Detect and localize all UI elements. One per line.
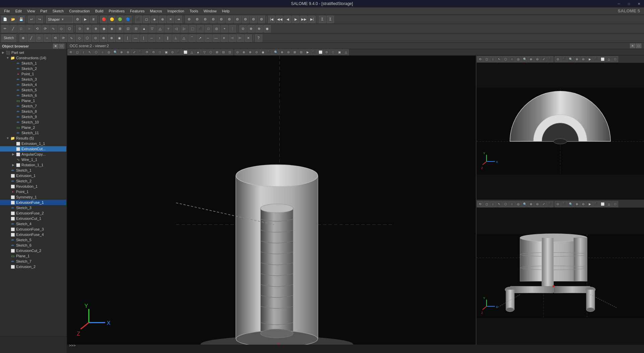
vt26[interactable]: ⊡ xyxy=(227,49,233,55)
vrb14[interactable]: ⬛ xyxy=(561,201,567,207)
t2-9[interactable]: ⬡ xyxy=(66,25,73,32)
vt27[interactable]: ⊙ xyxy=(235,49,241,55)
tree-sketch6b[interactable]: ✏ Sketch_6 xyxy=(0,243,66,248)
tree-sketch2[interactable]: ✏ Sketch_2 xyxy=(0,66,66,71)
vt5[interactable]: ⬡ xyxy=(93,49,99,55)
s9[interactable]: ⬡ xyxy=(84,34,91,42)
sketch-btn[interactable]: Sketch xyxy=(1,34,16,42)
vrt2[interactable]: ◻ xyxy=(484,56,490,62)
toolbar-btn-32[interactable]: Σ xyxy=(319,16,326,23)
vt1[interactable]: ⟲ xyxy=(68,49,74,55)
toolbar-btn-20[interactable]: ⚙ xyxy=(217,16,225,23)
toolbar-btn-5[interactable]: ⏸ xyxy=(90,16,97,23)
minimize-button[interactable]: ─ xyxy=(614,0,624,7)
tree-sketch6[interactable]: ✏ Sketch_6 xyxy=(0,93,66,98)
menu-view[interactable]: View xyxy=(24,8,38,14)
toolbar-btn-9[interactable]: 🔵 xyxy=(124,16,132,23)
toolbar-btn-31[interactable]: ▶| xyxy=(308,16,316,23)
toolbar-btn-29[interactable]: ▶ xyxy=(292,16,300,23)
vrt10[interactable]: ⊖ xyxy=(534,56,540,62)
s3[interactable]: □ xyxy=(36,34,43,42)
t2-8[interactable]: ◇ xyxy=(58,25,65,32)
tree-sketch8[interactable]: ✏ Sketch_8 xyxy=(0,109,66,114)
t2-18[interactable]: ▲ xyxy=(140,25,148,32)
vrb17[interactable]: ⊖ xyxy=(580,201,586,207)
undo-btn[interactable]: ↩ xyxy=(28,16,35,23)
shaper-dropdown[interactable]: Shaper ▼ xyxy=(46,16,73,23)
vrt18[interactable]: ▶ xyxy=(587,56,593,62)
tree-extrusionfuse4[interactable]: ⬜ ExtrusionFuse_4 xyxy=(0,232,66,237)
vrb6[interactable]: ○ xyxy=(509,201,515,207)
vt23[interactable]: ⬡ xyxy=(208,49,214,55)
menu-primitives[interactable]: Primitives xyxy=(106,8,127,14)
t2-23[interactable]: ▷ xyxy=(181,25,188,32)
vt14[interactable]: ⟲ xyxy=(150,49,156,55)
s13[interactable]: ◉ xyxy=(116,34,123,42)
toolbar-btn-15[interactable]: ➜ xyxy=(175,16,182,23)
tree-extrusion2[interactable]: ⬜ Extrusion_2 xyxy=(0,264,66,269)
tree-sketch10[interactable]: ✏ Sketch_10 xyxy=(0,119,66,125)
s2[interactable]: ╱ xyxy=(27,34,35,42)
s17[interactable]: ↔ xyxy=(148,34,155,42)
tree-wire11[interactable]: ∿ Wire_1_1 xyxy=(0,157,66,162)
s20[interactable]: ⊥ xyxy=(172,34,180,42)
toolbar-btn-16[interactable]: ⚙ xyxy=(185,16,193,23)
s5[interactable]: ⟲ xyxy=(52,34,59,42)
menu-build[interactable]: Build xyxy=(92,8,106,14)
toolbar-btn-11[interactable]: ◻ xyxy=(143,16,150,23)
vrb12[interactable]: ⬛ xyxy=(547,201,553,207)
vt17[interactable]: ⊙ xyxy=(170,49,176,55)
tree-extrusion1[interactable]: ⬜ Extrusion_1 xyxy=(0,173,66,178)
tree-constructions[interactable]: ▼ 📁 Constructions (14) xyxy=(0,55,66,61)
vt7[interactable]: ◎ xyxy=(106,49,112,55)
menu-file[interactable]: File xyxy=(1,8,13,14)
viewer-right-bottom[interactable]: X Y Z xyxy=(476,208,644,345)
save-btn[interactable]: 💾 xyxy=(17,16,25,23)
t2-30[interactable]: ⊙ xyxy=(239,25,247,32)
tree-point1b[interactable]: • Point_1 xyxy=(0,189,66,194)
vt20[interactable]: △ xyxy=(189,49,195,55)
t2-25[interactable]: ⬛ xyxy=(197,25,204,32)
tree-extrusioncut[interactable]: ⬜ ExtrusionCut... xyxy=(0,146,66,152)
vt25[interactable]: ⊟ xyxy=(220,49,227,55)
maximize-button[interactable]: □ xyxy=(624,0,634,7)
open-btn[interactable]: 📂 xyxy=(9,16,17,23)
tree-sketch5b[interactable]: ✏ Sketch_5 xyxy=(0,237,66,243)
vt18[interactable]: ⬛ xyxy=(176,49,182,55)
vt35[interactable]: ⊖ xyxy=(285,49,292,55)
tree-extrusioncut1[interactable]: ⬜ ExtrusionCut_1 xyxy=(0,216,66,221)
viewer-close-btn[interactable]: ✕ xyxy=(630,43,635,48)
vt44[interactable]: △ xyxy=(343,49,349,55)
toolbar-btn-7[interactable]: 🟡 xyxy=(108,16,116,23)
s15[interactable]: — xyxy=(132,34,139,42)
s24[interactable]: ↔ xyxy=(204,34,212,42)
t2-29[interactable]: ⋮ xyxy=(229,25,236,32)
t2-32[interactable]: ⊗ xyxy=(255,25,263,32)
t2-26[interactable]: □ xyxy=(205,25,212,32)
vrt21[interactable]: △ xyxy=(606,56,612,62)
vrb20[interactable]: ⬜ xyxy=(599,201,605,207)
t2-22[interactable]: ◁ xyxy=(173,25,180,32)
vt32[interactable]: ⬛ xyxy=(266,49,272,55)
vrb16[interactable]: ⊕ xyxy=(574,201,580,207)
vrt14[interactable]: ⬛ xyxy=(561,56,567,62)
vrb1[interactable]: ⟲ xyxy=(477,201,483,207)
tree-sketch7[interactable]: ✏ Sketch_7 xyxy=(0,103,66,109)
s14[interactable]: | xyxy=(124,34,131,42)
menu-edit[interactable]: Edit xyxy=(13,8,24,14)
toolbar-btn-33[interactable]: Σ xyxy=(327,16,334,23)
s4[interactable]: ○ xyxy=(44,34,51,42)
vt15[interactable]: □ xyxy=(157,49,163,55)
vt33[interactable]: 🔍 xyxy=(273,49,279,55)
tree-sketch4[interactable]: ✏ Sketch_4 xyxy=(0,82,66,87)
tree-sketch4b[interactable]: ✏ Sketch_4 xyxy=(0,221,66,227)
s22[interactable]: ⌒ xyxy=(188,34,196,42)
tree-sketch5[interactable]: ✏ Sketch_5 xyxy=(0,87,66,93)
vt9[interactable]: ⊕ xyxy=(119,49,125,55)
s16[interactable]: | xyxy=(140,34,147,42)
vt38[interactable]: ▶ xyxy=(305,49,311,55)
toolbar-btn-26[interactable]: |◀ xyxy=(268,16,275,23)
menu-macros[interactable]: Macros xyxy=(147,8,165,14)
vt8[interactable]: 🔍 xyxy=(112,49,118,55)
partset-toggle[interactable]: ▶ xyxy=(1,50,5,55)
